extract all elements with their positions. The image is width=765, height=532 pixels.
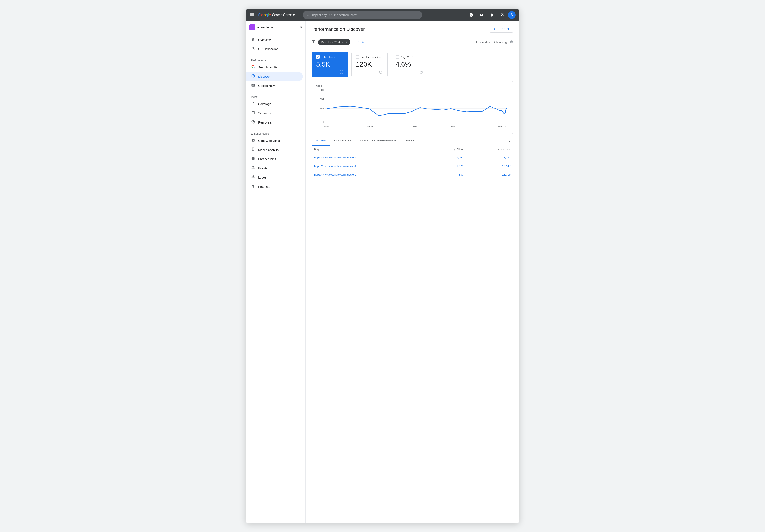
search-icon <box>306 13 309 17</box>
svg-text:2/28/21: 2/28/21 <box>498 125 506 128</box>
performance-chart: 500 334 166 0 2/1/21 2/6/21 2/14/21 <box>316 88 509 131</box>
svg-text:334: 334 <box>320 98 324 101</box>
sidebar-item-url-inspection[interactable]: URL inspection <box>246 44 303 54</box>
sidebar-item-removals[interactable]: Removals <box>246 118 303 127</box>
google-news-icon <box>251 83 255 88</box>
sidebar-item-breadcrumbs[interactable]: Breadcrumbs <box>246 154 303 163</box>
metric-card-ctr[interactable]: Avg. CTR 4.6% ? <box>391 52 427 78</box>
metric-header-ctr: Avg. CTR <box>395 55 423 59</box>
metric-label-impressions: Total impressions <box>361 56 382 59</box>
user-avatar[interactable]: S <box>508 11 516 19</box>
column-header-clicks[interactable]: ↓ Clicks <box>429 146 466 153</box>
property-selector[interactable]: e example.com ▾ <box>246 21 306 34</box>
google-g-icon <box>251 65 255 70</box>
discover-icon <box>251 74 255 79</box>
apps-button[interactable] <box>498 11 506 19</box>
sidebar-label-discover: Discover <box>258 75 270 78</box>
main-layout: e example.com ▾ Overview URL inspe <box>246 21 519 523</box>
cell-page-2[interactable]: https://www.example.com/article-1 <box>312 162 429 170</box>
metric-cards: Total clicks 5.5K ? Total impressions 12… <box>306 48 519 78</box>
table-header: Page ↓ Clicks Impressions <box>312 146 513 153</box>
metric-card-total-clicks[interactable]: Total clicks 5.5K ? <box>312 52 348 78</box>
menu-icon[interactable] <box>249 12 255 19</box>
sidebar-nav: Overview URL inspection Performance <box>246 34 306 193</box>
svg-text:2/20/21: 2/20/21 <box>451 125 459 128</box>
sidebar-item-logos[interactable]: Logos <box>246 173 303 182</box>
sidebar-item-overview[interactable]: Overview <box>246 35 303 44</box>
cell-clicks-1: 1,257 <box>429 153 466 162</box>
sidebar: e example.com ▾ Overview URL inspe <box>246 21 306 523</box>
nav-divider-3 <box>246 128 306 129</box>
metric-footer-impressions: ? <box>356 70 383 74</box>
new-filter-button[interactable]: + NEW <box>353 39 366 45</box>
sidebar-item-products[interactable]: Products <box>246 182 303 191</box>
metric-help-icon-ctr[interactable]: ? <box>419 70 423 74</box>
sidebar-item-events[interactable]: Events <box>246 163 303 173</box>
sidebar-item-search-results[interactable]: Search results <box>246 63 303 72</box>
topbar: Google Search Console <box>246 9 519 21</box>
column-header-impressions: Impressions <box>466 146 513 153</box>
metric-checkbox-impressions[interactable] <box>356 55 359 59</box>
sidebar-label-search-results: Search results <box>258 66 277 69</box>
sidebar-label-overview: Overview <box>258 38 271 42</box>
export-button[interactable]: EXPORT <box>490 26 513 33</box>
table-row: https://www.example.com/article-2 1,257 … <box>312 153 513 162</box>
metric-help-icon-clicks[interactable]: ? <box>340 70 344 74</box>
notifications-button[interactable] <box>487 11 496 19</box>
svg-text:2/6/21: 2/6/21 <box>367 125 373 128</box>
tab-discover-appearance[interactable]: DISCOVER APPEARANCE <box>356 136 400 146</box>
metric-header-impressions: Total impressions <box>356 55 383 59</box>
sidebar-label-logos: Logos <box>258 176 267 179</box>
table-row: https://www.example.com/article-5 837 13… <box>312 170 513 179</box>
sidebar-label-coverage: Coverage <box>258 103 271 106</box>
app-window: Google Search Console <box>246 9 519 523</box>
sidebar-label-breadcrumbs: Breadcrumbs <box>258 157 276 161</box>
sidebar-item-sitemaps[interactable]: Sitemaps <box>246 109 303 118</box>
tabs-bar: PAGES COUNTRIES DISCOVER APPEARANCE DATE… <box>312 136 513 146</box>
metric-value-ctr: 4.6% <box>395 60 423 68</box>
svg-rect-0 <box>250 13 255 14</box>
tab-dates[interactable]: DATES <box>400 136 419 146</box>
tab-countries[interactable]: COUNTRIES <box>330 136 356 146</box>
sidebar-item-core-web-vitals[interactable]: Core Web Vitals <box>246 136 303 145</box>
cell-page-3[interactable]: https://www.example.com/article-5 <box>312 170 429 179</box>
metric-checkbox-ctr[interactable] <box>395 55 399 59</box>
svg-text:0: 0 <box>323 121 324 123</box>
help-button[interactable] <box>467 11 475 19</box>
account-button[interactable] <box>477 11 486 19</box>
table-row: https://www.example.com/article-1 1,070 … <box>312 162 513 170</box>
filter-bar: Date: Last 28 days ✎ + NEW Last updated:… <box>306 36 519 48</box>
last-updated: Last updated: 4 hours ago <box>476 40 513 44</box>
filter-icon[interactable] <box>312 40 316 45</box>
sidebar-item-discover[interactable]: Discover <box>246 72 303 81</box>
table-filter-icon[interactable] <box>507 136 513 146</box>
svg-rect-2 <box>250 15 255 16</box>
tab-pages[interactable]: PAGES <box>312 136 330 146</box>
date-filter-chip[interactable]: Date: Last 28 days ✎ <box>318 39 351 45</box>
metric-header: Total clicks <box>316 55 344 59</box>
last-updated-text: Last updated: 4 hours ago <box>476 41 508 44</box>
cell-clicks-3: 837 <box>429 170 466 179</box>
sidebar-item-mobile-usability[interactable]: Mobile Usability <box>246 145 303 154</box>
sidebar-label-cwv: Core Web Vitals <box>258 139 280 142</box>
section-enhancements: Enhancements <box>246 130 306 136</box>
last-updated-help-icon[interactable] <box>510 40 513 44</box>
logo-e: e <box>269 12 271 17</box>
metric-label-ctr: Avg. CTR <box>400 56 412 59</box>
search-input[interactable] <box>312 13 419 17</box>
sidebar-item-coverage[interactable]: Coverage <box>246 100 303 109</box>
breadcrumbs-icon <box>251 156 255 161</box>
page-title: Performance on Discover <box>312 26 365 32</box>
main-content: Performance on Discover EXPORT Date: Las… <box>306 21 519 523</box>
metric-help-icon-impressions[interactable]: ? <box>379 70 383 74</box>
svg-text:166: 166 <box>320 107 324 110</box>
cell-page-1[interactable]: https://www.example.com/article-2 <box>312 153 429 162</box>
sidebar-item-google-news[interactable]: Google News <box>246 81 303 90</box>
property-icon: e <box>249 24 255 30</box>
metric-card-impressions[interactable]: Total impressions 120K ? <box>351 52 387 78</box>
metric-checkbox-clicks[interactable] <box>316 55 320 59</box>
search-bar[interactable] <box>303 11 422 19</box>
sort-down-icon: ↓ <box>454 148 455 151</box>
date-chip-text: Date: Last 28 days <box>321 41 344 44</box>
metric-value-impressions: 120K <box>356 60 383 68</box>
